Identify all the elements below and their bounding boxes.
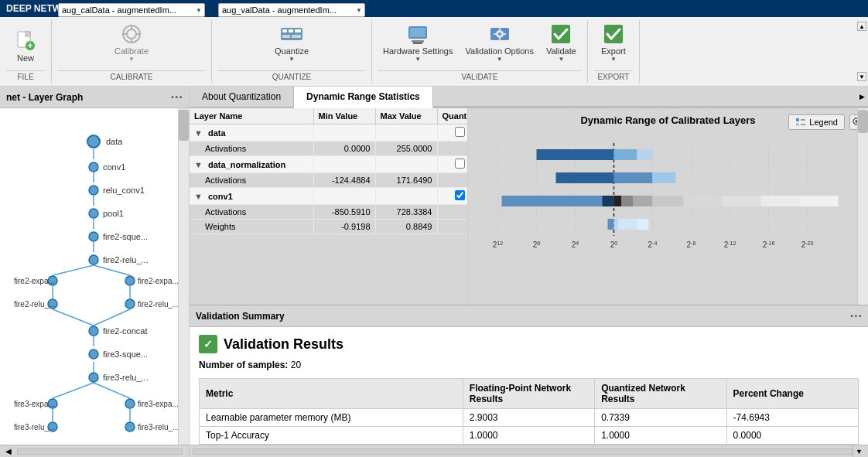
left-panel-scrollbar[interactable] (178, 108, 189, 445)
svg-text:relu_conv1: relu_conv1 (103, 186, 145, 195)
tab-dynamic[interactable]: Dynamic Range Statistics (294, 87, 433, 108)
calibration-data-select[interactable]: aug_calData - augmentedIm... (58, 3, 205, 17)
svg-text:2-20: 2-20 (801, 240, 814, 249)
table-row: Activations -850.5910 728.3384 (190, 205, 468, 220)
quantize-cell[interactable] (437, 156, 468, 173)
svg-text:20: 20 (610, 240, 618, 249)
svg-rect-81 (796, 123, 799, 126)
svg-rect-116 (723, 196, 761, 206)
svg-point-6 (127, 29, 136, 39)
new-button[interactable]: + New (6, 26, 45, 66)
svg-text:fire2-relu_...: fire2-relu_... (103, 255, 149, 264)
svg-point-52 (89, 209, 98, 218)
chart-scrollbar-v[interactable] (857, 108, 868, 305)
main-horizontal-scrollbar[interactable] (193, 448, 853, 455)
svg-text:pool1: pool1 (103, 209, 124, 218)
svg-text:fire2-expa...: fire2-expa... (14, 277, 55, 285)
dynamic-range-chart-svg: 212 28 24 20 2-4 2-8 2-12 2-16 2-20 (474, 135, 862, 259)
scroll-down-btn[interactable]: ▼ (853, 445, 865, 458)
table-row: ▼ data (190, 124, 468, 142)
svg-text:fire3-relu_...: fire3-relu_... (138, 423, 179, 431)
tab-scroll[interactable]: ▶ (856, 87, 868, 107)
quantize-cell[interactable] (437, 124, 468, 142)
tab-bar: About Quantization Dynamic Range Statist… (190, 87, 868, 108)
svg-rect-121 (618, 219, 637, 230)
table-row: Activations 0.0000 255.0000 (190, 142, 468, 156)
svg-line-40 (94, 309, 130, 326)
svg-rect-110 (603, 196, 614, 206)
validation-summary-section: Validation Summary ⋯ ✓ Validation Result… (190, 305, 868, 445)
export-icon (601, 22, 626, 46)
calibrate-button[interactable]: Calibrate ▼ (110, 19, 153, 66)
qn-value-cell: 0.7339 (595, 409, 726, 427)
svg-point-50 (89, 186, 98, 195)
validation-summary-menu[interactable]: ⋯ (849, 309, 862, 323)
new-button-label: New (17, 53, 34, 63)
quantize-cell (437, 220, 468, 234)
hardware-settings-label: Hardware Settings (383, 46, 453, 56)
tab-about[interactable]: About Quantization (190, 87, 294, 107)
hardware-settings-button[interactable]: Hardware Settings ▼ (378, 19, 458, 66)
validation-options-button[interactable]: Validation Options ▼ (461, 19, 538, 66)
validate-button[interactable]: Validate ▼ (542, 19, 581, 66)
min-value-cell: 0.0000 (313, 142, 375, 156)
svg-text:data: data (106, 137, 123, 146)
validation-data-label: Validation Data: (218, 0, 365, 2)
quantize-cell (437, 142, 468, 156)
svg-rect-15 (282, 35, 290, 38)
svg-point-23 (498, 32, 501, 36)
network-graph-svg: data conv1 relu_conv1 pool1 fire2-sque..… (6, 114, 184, 445)
svg-rect-106 (556, 172, 614, 183)
max-value-cell (375, 188, 437, 205)
svg-text:conv1: conv1 (103, 162, 125, 172)
metric-name-cell: Learnable parameter memory (MB) (200, 409, 463, 427)
left-panel-menu[interactable]: ⋯ (170, 90, 183, 104)
layer-name-cell: Weights (190, 220, 313, 234)
layer-table-section: Layer Name Min Value Max Value Quantize … (190, 108, 468, 305)
scroll-down[interactable]: ▼ (857, 72, 866, 81)
toolbar-group-file: + New FILE (0, 20, 52, 83)
min-value-cell (313, 188, 375, 205)
file-items: + New (6, 20, 45, 66)
svg-text:28: 28 (533, 240, 541, 249)
bar-data-activations-light (637, 149, 653, 160)
legend-button[interactable]: Legend (788, 114, 845, 130)
calibrate-button-label: Calibrate (114, 46, 149, 56)
col-min-value: Min Value (313, 108, 375, 124)
max-value-cell: 255.0000 (375, 142, 437, 156)
calibrate-icon (119, 22, 144, 46)
svg-text:fire3-expa...: fire3-expa... (138, 400, 179, 408)
svg-rect-14 (295, 29, 301, 32)
layer-name-cell: Activations (190, 205, 313, 220)
right-panel: About Quantization Dynamic Range Statist… (190, 87, 868, 445)
svg-rect-109 (502, 196, 614, 206)
file-label: FILE (6, 70, 45, 83)
scroll-up[interactable]: ▲ (857, 22, 866, 31)
calibration-data-select-wrapper: aug_calData - augmentedIm... (58, 3, 205, 17)
validate-icon (548, 22, 573, 46)
quantize-cell[interactable] (437, 188, 468, 205)
svg-rect-112 (622, 196, 634, 206)
horizontal-scrollbar[interactable] (17, 448, 183, 455)
nav-prev[interactable]: ◀ (3, 447, 14, 455)
min-value-cell: -850.5910 (313, 205, 375, 220)
validate-arrow: ▼ (558, 56, 564, 63)
calibrate-items: Calibrate ▼ (110, 19, 153, 66)
metrics-table: Metric Floating-Point Network Results Qu… (199, 378, 859, 445)
toolbar-scroll: ▲ ▼ (856, 20, 868, 83)
hardware-settings-arrow: ▼ (415, 56, 421, 63)
validation-data-select[interactable]: aug_valData - augmentedIm... (218, 3, 365, 17)
bottom-bar: ◀ ▼ (0, 445, 868, 457)
layer-graph: data conv1 relu_conv1 pool1 fire2-sque..… (0, 108, 189, 445)
quantize-button-label: Quantize (275, 46, 309, 56)
export-button[interactable]: Export ▼ (594, 19, 633, 66)
svg-text:fire3-relu_...: fire3-relu_... (14, 423, 55, 431)
svg-point-70 (89, 373, 98, 382)
svg-text:fire2-relu_...: fire2-relu_... (14, 300, 55, 309)
svg-text:fire3-relu_...: fire3-relu_... (103, 373, 149, 382)
quantize-button[interactable]: Quantize ▼ (270, 19, 313, 66)
layer-name-cell: ▼ conv1 (190, 188, 313, 205)
quantize-label: QUANTIZE (218, 70, 365, 83)
min-value-cell (313, 156, 375, 173)
svg-text:fire3-sque...: fire3-sque... (103, 350, 148, 359)
